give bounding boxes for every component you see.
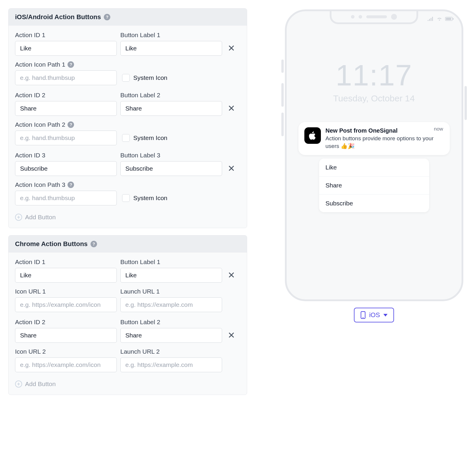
lockscreen-date: Tuesday, October 14 bbox=[287, 93, 462, 103]
ios-android-panel: iOS/Android Action Buttons ? Action ID 1… bbox=[8, 8, 247, 228]
chrome-launch-url-1-label: Launch URL 1 bbox=[120, 288, 222, 295]
system-icon-2-label: System Icon bbox=[133, 134, 168, 141]
action-id-3-input[interactable] bbox=[15, 161, 117, 176]
action-icon-path-3-label: Action Icon Path 3 ? bbox=[15, 181, 117, 188]
svg-rect-1 bbox=[446, 18, 451, 20]
chrome-button-label-2-input[interactable] bbox=[120, 328, 222, 343]
system-icon-1-label: System Icon bbox=[133, 74, 168, 81]
notch-dot-icon bbox=[359, 15, 362, 19]
action-icon-path-3-input[interactable] bbox=[15, 191, 117, 205]
lockscreen-time: 11:17 bbox=[287, 58, 462, 92]
chrome-action-row-1: Action ID 1 Button Label 1 ✕ bbox=[15, 258, 240, 283]
remove-action-3-button[interactable]: ✕ bbox=[226, 161, 237, 176]
notification-time: now bbox=[434, 126, 443, 132]
chrome-launch-url-2-label: Launch URL 2 bbox=[120, 348, 222, 355]
help-icon[interactable]: ? bbox=[68, 182, 74, 188]
action-id-1-input[interactable] bbox=[15, 41, 117, 56]
notification-action-subscribe[interactable]: Subscribe bbox=[319, 194, 429, 212]
action-id-2-label: Action ID 2 bbox=[15, 92, 117, 99]
close-icon: ✕ bbox=[228, 44, 235, 53]
help-icon[interactable]: ? bbox=[104, 14, 110, 20]
ios-android-panel-header: iOS/Android Action Buttons ? bbox=[9, 9, 247, 26]
chrome-button-label-1-label: Button Label 1 bbox=[120, 258, 222, 266]
ios-android-panel-body: Action ID 1 Button Label 1 ✕ Action Icon… bbox=[9, 26, 247, 228]
notification-title: New Post from OneSignal bbox=[326, 127, 444, 134]
svg-rect-2 bbox=[453, 18, 454, 20]
chrome-url-row-2: Icon URL 2 Launch URL 2 bbox=[15, 348, 240, 372]
ios-icon-row-1: Action Icon Path 1 ? System Icon bbox=[15, 61, 240, 85]
button-label-3-label: Button Label 3 bbox=[120, 152, 222, 159]
plus-icon: + bbox=[15, 214, 22, 221]
chrome-panel-header: Chrome Action Buttons ? bbox=[9, 235, 247, 253]
plus-icon: + bbox=[15, 380, 22, 388]
chrome-add-button-label: Add Button bbox=[25, 380, 56, 388]
button-label-1-input[interactable] bbox=[120, 41, 222, 56]
phone-icon bbox=[360, 311, 366, 319]
action-icon-path-1-input[interactable] bbox=[15, 70, 117, 85]
close-icon: ✕ bbox=[228, 271, 235, 280]
help-icon[interactable]: ? bbox=[68, 121, 74, 128]
battery-icon bbox=[445, 17, 454, 21]
button-label-2-input[interactable] bbox=[120, 101, 222, 116]
app-icon bbox=[304, 127, 321, 144]
ios-action-row-3: Action ID 3 Button Label 3 ✕ bbox=[15, 152, 240, 176]
chrome-button-label-2-label: Button Label 2 bbox=[120, 319, 222, 326]
remove-action-2-button[interactable]: ✕ bbox=[226, 101, 237, 116]
close-icon: ✕ bbox=[228, 104, 235, 113]
chrome-add-button[interactable]: + Add Button bbox=[15, 379, 240, 388]
chrome-launch-url-2-input[interactable] bbox=[120, 357, 222, 372]
chrome-button-label-1-input[interactable] bbox=[120, 268, 222, 283]
chrome-remove-action-2-button[interactable]: ✕ bbox=[226, 328, 237, 343]
ios-add-button-label: Add Button bbox=[25, 214, 56, 221]
chrome-panel: Chrome Action Buttons ? Action ID 1 Butt… bbox=[8, 235, 247, 395]
signal-icon bbox=[427, 17, 434, 21]
platform-select[interactable]: iOS bbox=[354, 308, 394, 322]
system-icon-2-checkbox[interactable] bbox=[122, 134, 130, 142]
platform-select-label: iOS bbox=[369, 311, 380, 319]
notch-camera-icon bbox=[391, 14, 397, 20]
action-id-1-label: Action ID 1 bbox=[15, 32, 117, 39]
chrome-icon-url-1-input[interactable] bbox=[15, 297, 117, 312]
notch-dot-icon bbox=[351, 15, 354, 19]
notification-card: New Post from OneSignal Action buttons p… bbox=[298, 122, 450, 155]
action-id-3-label: Action ID 3 bbox=[15, 152, 117, 159]
help-icon[interactable]: ? bbox=[91, 241, 97, 247]
phone-preview: 11:17 Tuesday, October 14 New Post from … bbox=[285, 9, 463, 301]
chrome-remove-action-1-button[interactable]: ✕ bbox=[226, 268, 237, 283]
notification-body: Action buttons provide more options to y… bbox=[326, 135, 444, 150]
action-icon-path-1-label: Action Icon Path 1 ? bbox=[15, 61, 117, 68]
ios-android-title: iOS/Android Action Buttons bbox=[15, 13, 101, 21]
chrome-icon-url-2-input[interactable] bbox=[15, 357, 117, 372]
notification-actions: Like Share Subscribe bbox=[319, 159, 429, 212]
phone-side-button bbox=[281, 113, 284, 136]
ios-action-row-2: Action ID 2 Button Label 2 ✕ bbox=[15, 92, 240, 116]
close-icon: ✕ bbox=[228, 164, 235, 173]
system-icon-3-checkbox[interactable] bbox=[122, 194, 130, 202]
chrome-action-id-1-input[interactable] bbox=[15, 268, 117, 283]
notification-action-share[interactable]: Share bbox=[319, 176, 429, 194]
apple-icon bbox=[308, 131, 318, 141]
chrome-action-id-2-input[interactable] bbox=[15, 328, 117, 343]
notification-action-like[interactable]: Like bbox=[319, 159, 429, 176]
button-label-2-label: Button Label 2 bbox=[120, 92, 222, 99]
chrome-launch-url-1-input[interactable] bbox=[120, 297, 222, 312]
action-id-2-input[interactable] bbox=[15, 101, 117, 116]
chrome-action-row-2: Action ID 2 Button Label 2 ✕ bbox=[15, 319, 240, 343]
button-label-3-input[interactable] bbox=[120, 161, 222, 176]
chrome-action-id-2-label: Action ID 2 bbox=[15, 319, 117, 326]
remove-action-1-button[interactable]: ✕ bbox=[226, 41, 237, 56]
wifi-icon bbox=[436, 17, 443, 21]
chevron-down-icon bbox=[383, 314, 388, 317]
ios-add-button[interactable]: + Add Button bbox=[15, 212, 240, 221]
close-icon: ✕ bbox=[228, 331, 235, 340]
ios-icon-row-3: Action Icon Path 3 ? System Icon bbox=[15, 181, 240, 205]
button-label-1-label: Button Label 1 bbox=[120, 32, 222, 39]
system-icon-1-checkbox[interactable] bbox=[122, 74, 130, 82]
help-icon[interactable]: ? bbox=[68, 61, 74, 68]
svg-point-4 bbox=[362, 317, 363, 318]
chrome-icon-url-2-label: Icon URL 2 bbox=[15, 348, 117, 355]
ios-icon-row-2: Action Icon Path 2 ? System Icon bbox=[15, 121, 240, 145]
chrome-icon-url-1-label: Icon URL 1 bbox=[15, 288, 117, 295]
phone-side-button bbox=[464, 86, 467, 120]
action-icon-path-2-input[interactable] bbox=[15, 131, 117, 145]
